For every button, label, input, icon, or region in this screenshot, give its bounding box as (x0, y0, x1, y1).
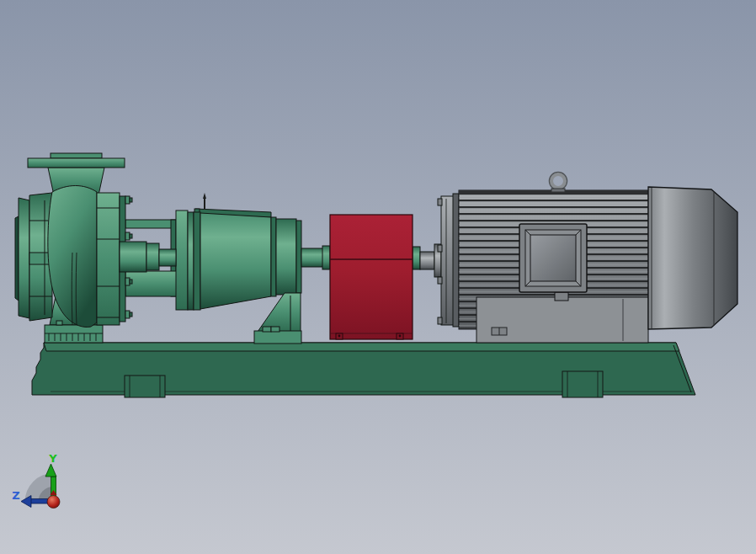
foot-base-pad (254, 331, 301, 344)
housing-end-cap (276, 219, 296, 295)
housing-end-ring (271, 217, 276, 296)
eyebolt-base (551, 189, 565, 192)
cad-viewport: Y Z (0, 0, 756, 554)
model-view: Y Z (0, 0, 756, 554)
endbell-ring (453, 194, 459, 327)
guard-box (330, 215, 413, 339)
coupling-hub-right (413, 247, 420, 269)
motor-fan-cover[interactable] (648, 187, 737, 329)
frame-adapter-slab (176, 210, 188, 310)
housing-flange-ring (194, 212, 200, 310)
fan-cover-shell (648, 187, 737, 329)
endbell-bolt (438, 317, 442, 324)
guard-bolt-pin (399, 335, 402, 338)
housing-flange-ring (188, 212, 194, 310)
endbell-bolt (438, 277, 442, 284)
terminal-box-stem (555, 292, 568, 301)
coupling-shaft (301, 248, 323, 267)
coupling-hub-left (322, 246, 330, 269)
terminal-box-cover (530, 235, 576, 281)
feet-block (476, 297, 648, 343)
coupling-guard[interactable] (330, 215, 413, 339)
flange-face-rim (15, 216, 19, 301)
foot-tab (263, 327, 271, 332)
guard-bolt-pin (338, 335, 341, 338)
cover-plate (97, 193, 120, 325)
flange-plate (28, 158, 125, 168)
x-axis-ball[interactable] (47, 496, 60, 509)
baseplate-top-rail (44, 343, 679, 351)
baseplate-foot-pad[interactable] (125, 376, 165, 397)
flange-raised-face (51, 153, 102, 158)
motor-terminal-box[interactable] (519, 224, 587, 292)
baseplate[interactable] (32, 343, 695, 397)
frame-top-bar (125, 220, 176, 228)
foot-tab (271, 327, 280, 332)
endbell-bolt (438, 245, 442, 252)
pedestal-boss (56, 321, 62, 325)
motor-endbell[interactable] (438, 194, 459, 327)
housing-end-ring (296, 221, 301, 293)
y-axis-label: Y (48, 452, 57, 465)
housing-cone (200, 213, 271, 309)
baseplate-foot-pad[interactable] (562, 371, 603, 397)
shaft-sleeve (120, 242, 146, 272)
z-axis-label: Z (12, 489, 19, 502)
shaft-section (159, 249, 176, 266)
motor-shaft-stub (420, 252, 434, 269)
endbell-bolt (438, 199, 442, 205)
shaft-step-ring (146, 243, 159, 270)
motor-feet[interactable] (476, 297, 648, 343)
flange-ring (19, 198, 29, 318)
